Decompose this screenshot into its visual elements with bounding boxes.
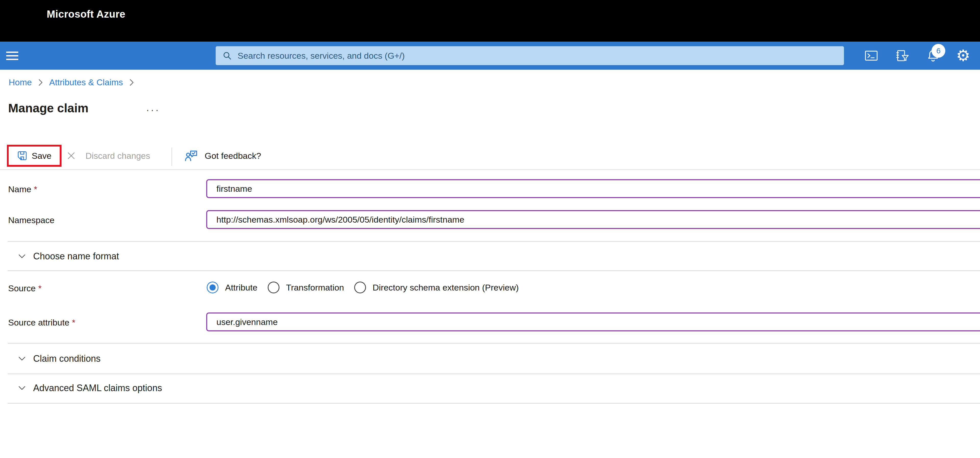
cloud-shell-icon[interactable] bbox=[864, 41, 878, 70]
chevron-right-icon bbox=[38, 79, 43, 86]
notification-count-badge: 6 bbox=[932, 44, 945, 58]
feedback-person-icon bbox=[184, 149, 199, 162]
brand-title: Microsoft Azure bbox=[47, 0, 125, 28]
source-label: Source* bbox=[8, 283, 41, 293]
choose-name-format-section[interactable]: Choose name format bbox=[0, 248, 980, 264]
name-input[interactable] bbox=[206, 179, 980, 198]
radio-option-directory-schema-extension[interactable]: Directory schema extension (Preview) bbox=[354, 282, 519, 293]
name-label: Name* bbox=[8, 184, 37, 194]
required-asterisk: * bbox=[34, 184, 37, 194]
settings-gear-icon[interactable]: ⚙ bbox=[956, 41, 971, 70]
radio-unselected-icon[interactable] bbox=[268, 282, 280, 293]
source-attribute-input[interactable] bbox=[206, 313, 980, 331]
chevron-down-icon bbox=[18, 254, 25, 259]
radio-unselected-icon[interactable] bbox=[354, 282, 366, 293]
advanced-saml-claims-options-section[interactable]: Advanced SAML claims options bbox=[0, 380, 980, 396]
toolbar-divider bbox=[172, 148, 172, 166]
discard-x-icon bbox=[66, 151, 76, 161]
required-asterisk: * bbox=[38, 283, 41, 293]
breadcrumb-home-link[interactable]: Home bbox=[9, 77, 32, 87]
breadcrumb-parent-link[interactable]: Attributes & Claims bbox=[49, 77, 123, 87]
hamburger-menu-icon[interactable] bbox=[6, 41, 19, 70]
discard-label: Discard changes bbox=[86, 151, 150, 161]
section-divider bbox=[8, 403, 980, 404]
directory-filter-icon[interactable] bbox=[895, 41, 909, 70]
search-input[interactable] bbox=[232, 46, 844, 65]
save-highlight-box: Save bbox=[7, 145, 62, 167]
chevron-down-icon bbox=[18, 356, 25, 361]
source-attribute-label: Source attribute* bbox=[8, 318, 75, 327]
source-radio-group: Attribute Transformation Directory schem… bbox=[207, 282, 519, 293]
breadcrumb: Home Attributes & Claims bbox=[9, 77, 134, 87]
got-feedback-button[interactable]: Got feedback? bbox=[184, 146, 261, 166]
section-divider bbox=[8, 241, 980, 242]
more-options-button[interactable]: ··· bbox=[146, 104, 160, 116]
save-button[interactable]: Save bbox=[17, 150, 52, 161]
radio-option-attribute[interactable]: Attribute bbox=[207, 282, 258, 293]
section-divider bbox=[8, 373, 980, 374]
search-icon bbox=[222, 51, 232, 61]
namespace-label: Namespace bbox=[8, 215, 54, 225]
chevron-right-icon bbox=[129, 79, 134, 86]
top-black-bar bbox=[0, 0, 980, 41]
section-label: Advanced SAML claims options bbox=[33, 383, 162, 393]
radio-selected-icon[interactable] bbox=[207, 282, 218, 293]
page-title: Manage claim bbox=[8, 101, 89, 115]
section-label: Choose name format bbox=[33, 251, 119, 262]
section-divider bbox=[8, 270, 980, 271]
toolbar-bottom-divider bbox=[0, 169, 980, 170]
feedback-label: Got feedback? bbox=[205, 151, 261, 161]
discard-changes-button[interactable]: Discard changes bbox=[66, 147, 150, 165]
section-divider bbox=[8, 343, 980, 344]
required-asterisk: * bbox=[72, 318, 75, 327]
save-icon bbox=[17, 150, 27, 161]
global-search[interactable] bbox=[216, 46, 844, 65]
save-label: Save bbox=[32, 151, 52, 161]
chevron-down-icon bbox=[18, 386, 25, 390]
claim-conditions-section[interactable]: Claim conditions bbox=[0, 351, 980, 367]
radio-option-transformation[interactable]: Transformation bbox=[268, 282, 344, 293]
section-label: Claim conditions bbox=[33, 353, 100, 364]
namespace-input[interactable] bbox=[206, 210, 980, 229]
